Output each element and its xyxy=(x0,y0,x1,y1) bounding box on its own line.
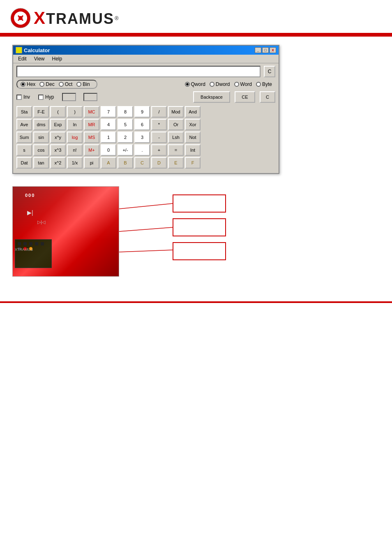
btn-6[interactable]: 6 xyxy=(134,119,150,130)
btn-plus[interactable]: + xyxy=(151,144,167,156)
btn-0[interactable]: 0 xyxy=(101,144,116,156)
btn-and[interactable]: And xyxy=(185,106,201,118)
btn-9[interactable]: 9 xyxy=(134,106,150,118)
btn-exp[interactable]: Exp xyxy=(50,119,66,130)
calc-radio-row: Hex Dec Oct Bin Qword xyxy=(13,78,279,90)
backspace-button[interactable]: Backspace xyxy=(193,91,230,103)
titlebar-controls: _ □ X xyxy=(255,47,276,53)
btn-F[interactable]: F xyxy=(185,157,201,169)
hyp-checkbox[interactable] xyxy=(38,95,44,100)
btn-sin[interactable]: sin xyxy=(33,132,49,143)
btn-sum[interactable]: Sum xyxy=(16,132,32,143)
btn-E[interactable]: E xyxy=(168,157,184,169)
btn-ln[interactable]: ln xyxy=(67,119,83,130)
btn-xor[interactable]: Xor xyxy=(185,119,201,130)
radio-word-circle[interactable] xyxy=(234,82,239,87)
btn-4[interactable]: 4 xyxy=(101,119,116,130)
btn-5[interactable]: 5 xyxy=(118,119,133,130)
btn-minus[interactable]: - xyxy=(151,132,167,143)
display-c-button[interactable]: C xyxy=(264,66,275,77)
radio-byte-circle[interactable] xyxy=(256,82,261,87)
small-input-2[interactable] xyxy=(83,93,97,101)
close-button[interactable]: X xyxy=(270,47,276,53)
btn-factorial[interactable]: n! xyxy=(67,144,83,156)
btn-equals[interactable]: = xyxy=(168,144,184,156)
btn-D[interactable]: D xyxy=(151,157,167,169)
btn-7[interactable]: 7 xyxy=(101,106,116,118)
inv-checkbox[interactable] xyxy=(16,95,22,100)
btn-not[interactable]: Not xyxy=(185,132,201,143)
restore-button[interactable]: □ xyxy=(262,47,269,53)
radio-dec[interactable]: Dec xyxy=(39,81,54,87)
btn-xpow3[interactable]: x^3 xyxy=(50,144,66,156)
radio-bin[interactable]: Bin xyxy=(76,81,90,87)
btn-3[interactable]: 3 xyxy=(134,132,150,143)
btn-int[interactable]: Int xyxy=(185,144,201,156)
menu-view[interactable]: View xyxy=(32,56,46,62)
btn-C[interactable]: C xyxy=(134,157,150,169)
btn-close-paren[interactable]: ) xyxy=(67,106,83,118)
btn-dot[interactable]: . xyxy=(134,144,150,156)
btn-plusminus[interactable]: +/- xyxy=(118,144,133,156)
radio-hex-circle[interactable] xyxy=(21,82,25,87)
btn-mod[interactable]: Mod xyxy=(168,106,184,118)
menu-edit[interactable]: Edit xyxy=(16,56,28,62)
btn-mr[interactable]: MR xyxy=(84,119,99,130)
btn-or[interactable]: Or xyxy=(168,119,184,130)
btn-mc[interactable]: MC xyxy=(84,106,99,118)
btn-fe[interactable]: F-E xyxy=(33,106,49,118)
radio-bin-circle[interactable] xyxy=(76,82,81,87)
product-image-inner: 000 ▶| ▷|◁ xyxy=(13,187,119,276)
checkbox-hyp[interactable]: Hyp xyxy=(38,94,54,100)
btn-reciprocal[interactable]: 1/x xyxy=(67,157,83,169)
btn-ave[interactable]: Ave xyxy=(16,119,32,130)
btn-multiply[interactable]: * xyxy=(151,119,167,130)
bottom-red-bar xyxy=(0,301,392,303)
number-base-group: Hex Dec Oct Bin xyxy=(16,80,97,89)
radio-qword[interactable]: Qword xyxy=(185,81,205,87)
btn-lsh[interactable]: Lsh xyxy=(168,132,184,143)
btn-A[interactable]: A xyxy=(101,157,116,169)
btn-B[interactable]: B xyxy=(118,157,133,169)
ce-button[interactable]: CE xyxy=(235,91,255,103)
btn-cos[interactable]: cos xyxy=(33,144,49,156)
btn-dms[interactable]: dms xyxy=(33,119,49,130)
btn-s[interactable]: s xyxy=(16,144,32,156)
btn-xpow2[interactable]: x^2 xyxy=(50,157,66,169)
radio-hex[interactable]: Hex xyxy=(21,81,35,87)
btn-divide[interactable]: / xyxy=(151,106,167,118)
svg-line-5 xyxy=(119,250,173,252)
checkbox-inv[interactable]: Inv xyxy=(16,94,30,100)
btn-tan[interactable]: tan xyxy=(33,157,49,169)
radio-oct-circle[interactable] xyxy=(59,82,64,87)
minimize-button[interactable]: _ xyxy=(255,47,261,53)
button-row-4: s cos x^3 n! M+ 0 +/- . + = Int xyxy=(16,144,275,156)
small-input-1[interactable] xyxy=(62,93,76,101)
radio-dword[interactable]: Dword xyxy=(210,81,230,87)
calc-display-area: C xyxy=(13,63,279,78)
btn-2[interactable]: 2 xyxy=(118,132,133,143)
btn-dat[interactable]: Dat xyxy=(16,157,32,169)
c-button[interactable]: C xyxy=(260,91,275,103)
radio-dec-circle[interactable] xyxy=(39,82,44,87)
btn-1[interactable]: 1 xyxy=(101,132,116,143)
radio-byte[interactable]: Byte xyxy=(256,81,272,87)
btn-mplus[interactable]: M+ xyxy=(84,144,99,156)
calc-titlebar: Calculator _ □ X xyxy=(13,46,279,55)
btn-ms[interactable]: MS xyxy=(84,132,99,143)
menu-help[interactable]: Help xyxy=(50,56,64,62)
logo-icon xyxy=(10,7,31,29)
btn-open-paren[interactable]: ( xyxy=(50,106,66,118)
btn-pi[interactable]: pi xyxy=(84,157,99,169)
svg-line-4 xyxy=(119,227,173,231)
btn-sta[interactable]: Sta xyxy=(16,106,32,118)
btn-xpowy[interactable]: x^y xyxy=(50,132,66,143)
btn-8[interactable]: 8 xyxy=(118,106,133,118)
product-image: 000 ▶| ▷|◁ xyxy=(12,186,119,277)
calc-title: Calculator xyxy=(24,47,255,53)
radio-oct[interactable]: Oct xyxy=(59,81,73,87)
radio-dword-circle[interactable] xyxy=(210,82,214,87)
btn-log[interactable]: log xyxy=(67,132,83,143)
radio-word[interactable]: Word xyxy=(234,81,252,87)
radio-qword-circle[interactable] xyxy=(185,82,190,87)
